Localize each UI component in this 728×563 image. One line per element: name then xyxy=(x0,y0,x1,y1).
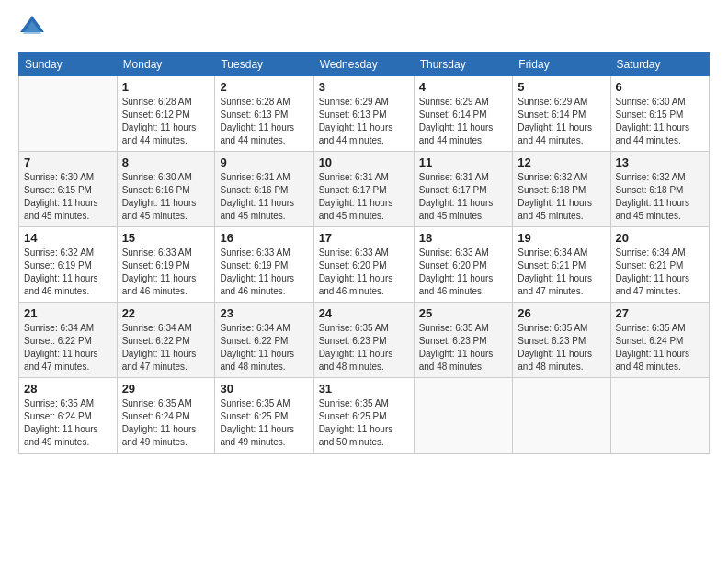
day-info: Sunrise: 6:32 AMSunset: 6:18 PMDaylight:… xyxy=(518,171,605,223)
day-info: Sunrise: 6:34 AMSunset: 6:22 PMDaylight:… xyxy=(122,322,210,373)
week-row-3: 14Sunrise: 6:32 AMSunset: 6:19 PMDayligh… xyxy=(19,227,710,303)
weekday-thursday: Thursday xyxy=(414,53,513,76)
header xyxy=(18,14,710,41)
day-info: Sunrise: 6:31 AMSunset: 6:16 PMDaylight:… xyxy=(220,171,308,223)
calendar-page: SundayMondayTuesdayWednesdayThursdayFrid… xyxy=(0,0,728,563)
calendar-cell: 8Sunrise: 6:30 AMSunset: 6:16 PMDaylight… xyxy=(117,152,215,227)
calendar-cell: 11Sunrise: 6:31 AMSunset: 6:17 PMDayligh… xyxy=(414,152,513,227)
day-number: 23 xyxy=(220,306,308,320)
day-info: Sunrise: 6:34 AMSunset: 6:22 PMDaylight:… xyxy=(220,322,308,373)
day-info: Sunrise: 6:33 AMSunset: 6:20 PMDaylight:… xyxy=(419,247,508,298)
weekday-wednesday: Wednesday xyxy=(313,53,414,76)
calendar-cell: 18Sunrise: 6:33 AMSunset: 6:20 PMDayligh… xyxy=(414,227,513,303)
calendar-cell: 13Sunrise: 6:32 AMSunset: 6:18 PMDayligh… xyxy=(610,152,709,227)
week-row-2: 7Sunrise: 6:30 AMSunset: 6:15 PMDaylight… xyxy=(19,152,710,227)
calendar-cell: 7Sunrise: 6:30 AMSunset: 6:15 PMDaylight… xyxy=(19,152,118,227)
day-info: Sunrise: 6:32 AMSunset: 6:19 PMDaylight:… xyxy=(24,247,112,298)
day-number: 9 xyxy=(220,155,308,169)
day-number: 14 xyxy=(24,231,112,245)
calendar-cell: 17Sunrise: 6:33 AMSunset: 6:20 PMDayligh… xyxy=(313,227,414,303)
logo-icon xyxy=(18,14,46,41)
day-number: 4 xyxy=(419,80,508,94)
day-number: 8 xyxy=(122,155,210,169)
day-info: Sunrise: 6:34 AMSunset: 6:22 PMDaylight:… xyxy=(24,322,112,373)
day-number: 3 xyxy=(319,80,409,94)
calendar-cell: 5Sunrise: 6:29 AMSunset: 6:14 PMDaylight… xyxy=(513,76,610,152)
weekday-saturday: Saturday xyxy=(610,53,709,76)
day-number: 29 xyxy=(122,382,210,396)
day-info: Sunrise: 6:33 AMSunset: 6:20 PMDaylight:… xyxy=(319,247,409,298)
day-info: Sunrise: 6:35 AMSunset: 6:24 PMDaylight:… xyxy=(122,397,210,449)
day-info: Sunrise: 6:33 AMSunset: 6:19 PMDaylight:… xyxy=(122,247,210,298)
calendar-cell: 21Sunrise: 6:34 AMSunset: 6:22 PMDayligh… xyxy=(19,303,118,378)
calendar-cell: 29Sunrise: 6:35 AMSunset: 6:24 PMDayligh… xyxy=(117,378,215,454)
calendar-cell: 1Sunrise: 6:28 AMSunset: 6:12 PMDaylight… xyxy=(117,76,215,152)
calendar-cell: 6Sunrise: 6:30 AMSunset: 6:15 PMDaylight… xyxy=(610,76,709,152)
day-number: 5 xyxy=(518,80,605,94)
day-info: Sunrise: 6:32 AMSunset: 6:18 PMDaylight:… xyxy=(616,171,704,223)
day-number: 16 xyxy=(220,231,308,245)
calendar-cell: 23Sunrise: 6:34 AMSunset: 6:22 PMDayligh… xyxy=(215,303,313,378)
day-number: 26 xyxy=(518,306,605,320)
day-info: Sunrise: 6:34 AMSunset: 6:21 PMDaylight:… xyxy=(616,247,704,298)
day-info: Sunrise: 6:35 AMSunset: 6:24 PMDaylight:… xyxy=(616,322,704,373)
calendar-cell: 12Sunrise: 6:32 AMSunset: 6:18 PMDayligh… xyxy=(513,152,610,227)
day-info: Sunrise: 6:29 AMSunset: 6:14 PMDaylight:… xyxy=(419,96,508,147)
calendar-cell: 26Sunrise: 6:35 AMSunset: 6:23 PMDayligh… xyxy=(513,303,610,378)
day-info: Sunrise: 6:34 AMSunset: 6:21 PMDaylight:… xyxy=(518,247,605,298)
weekday-friday: Friday xyxy=(513,53,610,76)
day-number: 12 xyxy=(518,155,605,169)
calendar-table: SundayMondayTuesdayWednesdayThursdayFrid… xyxy=(18,52,710,454)
day-info: Sunrise: 6:30 AMSunset: 6:16 PMDaylight:… xyxy=(122,171,210,223)
weekday-tuesday: Tuesday xyxy=(215,53,313,76)
day-info: Sunrise: 6:35 AMSunset: 6:23 PMDaylight:… xyxy=(319,322,409,373)
day-number: 20 xyxy=(616,231,704,245)
day-number: 10 xyxy=(319,155,409,169)
day-number: 22 xyxy=(122,306,210,320)
calendar-cell: 15Sunrise: 6:33 AMSunset: 6:19 PMDayligh… xyxy=(117,227,215,303)
week-row-5: 28Sunrise: 6:35 AMSunset: 6:24 PMDayligh… xyxy=(19,378,710,454)
weekday-monday: Monday xyxy=(117,53,215,76)
day-number: 30 xyxy=(220,382,308,396)
calendar-cell: 10Sunrise: 6:31 AMSunset: 6:17 PMDayligh… xyxy=(313,152,414,227)
calendar-cell xyxy=(19,76,118,152)
day-info: Sunrise: 6:33 AMSunset: 6:19 PMDaylight:… xyxy=(220,247,308,298)
day-number: 27 xyxy=(616,306,704,320)
day-number: 21 xyxy=(24,306,112,320)
calendar-cell: 4Sunrise: 6:29 AMSunset: 6:14 PMDaylight… xyxy=(414,76,513,152)
calendar-cell xyxy=(513,378,610,454)
calendar-cell: 22Sunrise: 6:34 AMSunset: 6:22 PMDayligh… xyxy=(117,303,215,378)
day-number: 18 xyxy=(419,231,508,245)
day-number: 6 xyxy=(616,80,704,94)
calendar-cell: 20Sunrise: 6:34 AMSunset: 6:21 PMDayligh… xyxy=(610,227,709,303)
day-number: 15 xyxy=(122,231,210,245)
calendar-cell: 31Sunrise: 6:35 AMSunset: 6:25 PMDayligh… xyxy=(313,378,414,454)
day-number: 25 xyxy=(419,306,508,320)
weekday-sunday: Sunday xyxy=(19,53,118,76)
calendar-cell xyxy=(610,378,709,454)
weekday-header-row: SundayMondayTuesdayWednesdayThursdayFrid… xyxy=(19,53,710,76)
day-info: Sunrise: 6:35 AMSunset: 6:25 PMDaylight:… xyxy=(220,397,308,449)
day-number: 17 xyxy=(319,231,409,245)
calendar-cell: 9Sunrise: 6:31 AMSunset: 6:16 PMDaylight… xyxy=(215,152,313,227)
day-number: 24 xyxy=(319,306,409,320)
day-number: 11 xyxy=(419,155,508,169)
day-info: Sunrise: 6:35 AMSunset: 6:25 PMDaylight:… xyxy=(319,397,409,449)
week-row-1: 1Sunrise: 6:28 AMSunset: 6:12 PMDaylight… xyxy=(19,76,710,152)
calendar-cell: 28Sunrise: 6:35 AMSunset: 6:24 PMDayligh… xyxy=(19,378,118,454)
calendar-cell: 25Sunrise: 6:35 AMSunset: 6:23 PMDayligh… xyxy=(414,303,513,378)
day-number: 1 xyxy=(122,80,210,94)
calendar-cell: 16Sunrise: 6:33 AMSunset: 6:19 PMDayligh… xyxy=(215,227,313,303)
day-info: Sunrise: 6:28 AMSunset: 6:12 PMDaylight:… xyxy=(122,96,210,147)
day-number: 7 xyxy=(24,155,112,169)
logo xyxy=(18,14,51,41)
calendar-cell xyxy=(414,378,513,454)
day-number: 19 xyxy=(518,231,605,245)
day-info: Sunrise: 6:35 AMSunset: 6:24 PMDaylight:… xyxy=(24,397,112,449)
day-info: Sunrise: 6:29 AMSunset: 6:13 PMDaylight:… xyxy=(319,96,409,147)
day-number: 2 xyxy=(220,80,308,94)
calendar-cell: 2Sunrise: 6:28 AMSunset: 6:13 PMDaylight… xyxy=(215,76,313,152)
week-row-4: 21Sunrise: 6:34 AMSunset: 6:22 PMDayligh… xyxy=(19,303,710,378)
day-info: Sunrise: 6:31 AMSunset: 6:17 PMDaylight:… xyxy=(419,171,508,223)
day-info: Sunrise: 6:30 AMSunset: 6:15 PMDaylight:… xyxy=(616,96,704,147)
